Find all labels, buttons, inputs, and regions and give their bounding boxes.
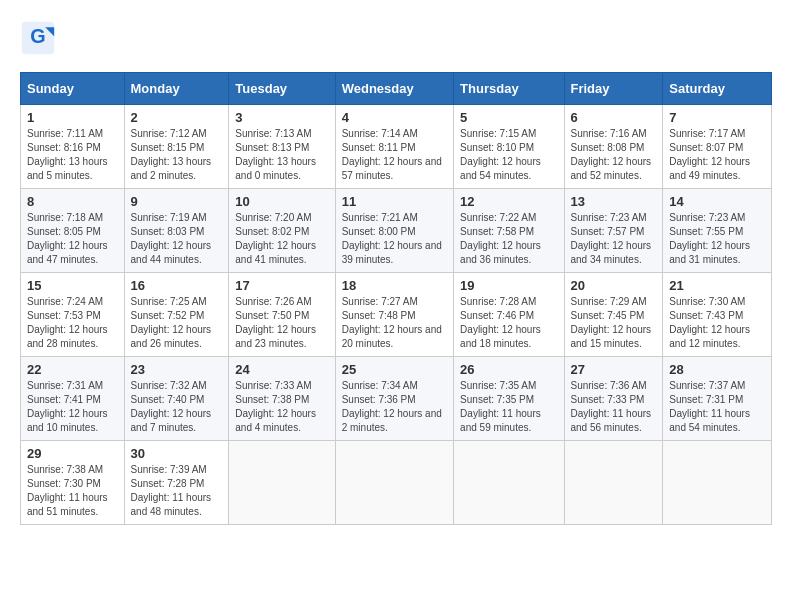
- calendar-day-4: 4 Sunrise: 7:14 AM Sunset: 8:11 PM Dayli…: [335, 105, 453, 189]
- empty-cell: [454, 441, 564, 525]
- sunset-label: Sunset: 7:36 PM: [342, 394, 416, 405]
- calendar-table: SundayMondayTuesdayWednesdayThursdayFrid…: [20, 72, 772, 525]
- day-info: Sunrise: 7:14 AM Sunset: 8:11 PM Dayligh…: [342, 127, 447, 183]
- daylight-label: Daylight: 12 hours and 23 minutes.: [235, 324, 316, 349]
- calendar-day-25: 25 Sunrise: 7:34 AM Sunset: 7:36 PM Dayl…: [335, 357, 453, 441]
- daylight-label: Daylight: 12 hours and 31 minutes.: [669, 240, 750, 265]
- calendar-day-10: 10 Sunrise: 7:20 AM Sunset: 8:02 PM Dayl…: [229, 189, 335, 273]
- day-number: 7: [669, 110, 765, 125]
- daylight-label: Daylight: 12 hours and 54 minutes.: [460, 156, 541, 181]
- daylight-label: Daylight: 11 hours and 48 minutes.: [131, 492, 212, 517]
- sunset-label: Sunset: 8:10 PM: [460, 142, 534, 153]
- day-info: Sunrise: 7:17 AM Sunset: 8:07 PM Dayligh…: [669, 127, 765, 183]
- sunrise-label: Sunrise: 7:27 AM: [342, 296, 418, 307]
- sunset-label: Sunset: 7:52 PM: [131, 310, 205, 321]
- day-number: 27: [571, 362, 657, 377]
- day-number: 12: [460, 194, 557, 209]
- sunset-label: Sunset: 8:00 PM: [342, 226, 416, 237]
- day-info: Sunrise: 7:28 AM Sunset: 7:46 PM Dayligh…: [460, 295, 557, 351]
- day-number: 1: [27, 110, 118, 125]
- weekday-header-saturday: Saturday: [663, 73, 772, 105]
- sunrise-label: Sunrise: 7:23 AM: [669, 212, 745, 223]
- daylight-label: Daylight: 12 hours and 10 minutes.: [27, 408, 108, 433]
- calendar-day-24: 24 Sunrise: 7:33 AM Sunset: 7:38 PM Dayl…: [229, 357, 335, 441]
- sunset-label: Sunset: 8:08 PM: [571, 142, 645, 153]
- day-info: Sunrise: 7:16 AM Sunset: 8:08 PM Dayligh…: [571, 127, 657, 183]
- day-number: 29: [27, 446, 118, 461]
- day-number: 11: [342, 194, 447, 209]
- sunset-label: Sunset: 7:28 PM: [131, 478, 205, 489]
- sunset-label: Sunset: 8:16 PM: [27, 142, 101, 153]
- sunset-label: Sunset: 7:35 PM: [460, 394, 534, 405]
- calendar-week-2: 8 Sunrise: 7:18 AM Sunset: 8:05 PM Dayli…: [21, 189, 772, 273]
- day-number: 28: [669, 362, 765, 377]
- calendar-day-22: 22 Sunrise: 7:31 AM Sunset: 7:41 PM Dayl…: [21, 357, 125, 441]
- empty-cell: [335, 441, 453, 525]
- day-info: Sunrise: 7:34 AM Sunset: 7:36 PM Dayligh…: [342, 379, 447, 435]
- day-info: Sunrise: 7:27 AM Sunset: 7:48 PM Dayligh…: [342, 295, 447, 351]
- day-info: Sunrise: 7:35 AM Sunset: 7:35 PM Dayligh…: [460, 379, 557, 435]
- daylight-label: Daylight: 12 hours and 36 minutes.: [460, 240, 541, 265]
- sunset-label: Sunset: 7:48 PM: [342, 310, 416, 321]
- calendar-day-6: 6 Sunrise: 7:16 AM Sunset: 8:08 PM Dayli…: [564, 105, 663, 189]
- sunset-label: Sunset: 7:45 PM: [571, 310, 645, 321]
- calendar-day-8: 8 Sunrise: 7:18 AM Sunset: 8:05 PM Dayli…: [21, 189, 125, 273]
- day-number: 26: [460, 362, 557, 377]
- sunrise-label: Sunrise: 7:34 AM: [342, 380, 418, 391]
- calendar-day-14: 14 Sunrise: 7:23 AM Sunset: 7:55 PM Dayl…: [663, 189, 772, 273]
- weekday-header-tuesday: Tuesday: [229, 73, 335, 105]
- daylight-label: Daylight: 12 hours and 15 minutes.: [571, 324, 652, 349]
- calendar-day-7: 7 Sunrise: 7:17 AM Sunset: 8:07 PM Dayli…: [663, 105, 772, 189]
- calendar-week-1: 1 Sunrise: 7:11 AM Sunset: 8:16 PM Dayli…: [21, 105, 772, 189]
- sunset-label: Sunset: 8:13 PM: [235, 142, 309, 153]
- sunrise-label: Sunrise: 7:39 AM: [131, 464, 207, 475]
- daylight-label: Daylight: 11 hours and 56 minutes.: [571, 408, 652, 433]
- day-info: Sunrise: 7:19 AM Sunset: 8:03 PM Dayligh…: [131, 211, 223, 267]
- daylight-label: Daylight: 12 hours and 26 minutes.: [131, 324, 212, 349]
- daylight-label: Daylight: 12 hours and 41 minutes.: [235, 240, 316, 265]
- day-number: 22: [27, 362, 118, 377]
- sunrise-label: Sunrise: 7:30 AM: [669, 296, 745, 307]
- sunset-label: Sunset: 7:33 PM: [571, 394, 645, 405]
- sunrise-label: Sunrise: 7:35 AM: [460, 380, 536, 391]
- day-info: Sunrise: 7:21 AM Sunset: 8:00 PM Dayligh…: [342, 211, 447, 267]
- day-info: Sunrise: 7:11 AM Sunset: 8:16 PM Dayligh…: [27, 127, 118, 183]
- day-info: Sunrise: 7:36 AM Sunset: 7:33 PM Dayligh…: [571, 379, 657, 435]
- calendar-week-5: 29 Sunrise: 7:38 AM Sunset: 7:30 PM Dayl…: [21, 441, 772, 525]
- calendar-day-28: 28 Sunrise: 7:37 AM Sunset: 7:31 PM Dayl…: [663, 357, 772, 441]
- day-info: Sunrise: 7:39 AM Sunset: 7:28 PM Dayligh…: [131, 463, 223, 519]
- day-number: 20: [571, 278, 657, 293]
- day-number: 8: [27, 194, 118, 209]
- sunset-label: Sunset: 7:53 PM: [27, 310, 101, 321]
- daylight-label: Daylight: 12 hours and 28 minutes.: [27, 324, 108, 349]
- sunrise-label: Sunrise: 7:26 AM: [235, 296, 311, 307]
- sunset-label: Sunset: 8:11 PM: [342, 142, 416, 153]
- day-number: 30: [131, 446, 223, 461]
- day-number: 3: [235, 110, 328, 125]
- sunset-label: Sunset: 7:31 PM: [669, 394, 743, 405]
- day-info: Sunrise: 7:30 AM Sunset: 7:43 PM Dayligh…: [669, 295, 765, 351]
- sunset-label: Sunset: 7:43 PM: [669, 310, 743, 321]
- page-header: G: [20, 20, 772, 56]
- calendar-day-15: 15 Sunrise: 7:24 AM Sunset: 7:53 PM Dayl…: [21, 273, 125, 357]
- daylight-label: Daylight: 13 hours and 2 minutes.: [131, 156, 212, 181]
- svg-text:G: G: [30, 25, 45, 47]
- sunrise-label: Sunrise: 7:16 AM: [571, 128, 647, 139]
- daylight-label: Daylight: 13 hours and 5 minutes.: [27, 156, 108, 181]
- daylight-label: Daylight: 12 hours and 52 minutes.: [571, 156, 652, 181]
- calendar-day-3: 3 Sunrise: 7:13 AM Sunset: 8:13 PM Dayli…: [229, 105, 335, 189]
- calendar-day-23: 23 Sunrise: 7:32 AM Sunset: 7:40 PM Dayl…: [124, 357, 229, 441]
- daylight-label: Daylight: 12 hours and 12 minutes.: [669, 324, 750, 349]
- calendar-day-19: 19 Sunrise: 7:28 AM Sunset: 7:46 PM Dayl…: [454, 273, 564, 357]
- calendar-day-27: 27 Sunrise: 7:36 AM Sunset: 7:33 PM Dayl…: [564, 357, 663, 441]
- day-info: Sunrise: 7:23 AM Sunset: 7:55 PM Dayligh…: [669, 211, 765, 267]
- day-number: 13: [571, 194, 657, 209]
- sunset-label: Sunset: 8:07 PM: [669, 142, 743, 153]
- day-info: Sunrise: 7:29 AM Sunset: 7:45 PM Dayligh…: [571, 295, 657, 351]
- sunrise-label: Sunrise: 7:22 AM: [460, 212, 536, 223]
- sunrise-label: Sunrise: 7:21 AM: [342, 212, 418, 223]
- calendar-day-11: 11 Sunrise: 7:21 AM Sunset: 8:00 PM Dayl…: [335, 189, 453, 273]
- daylight-label: Daylight: 12 hours and 20 minutes.: [342, 324, 442, 349]
- calendar-header-row: SundayMondayTuesdayWednesdayThursdayFrid…: [21, 73, 772, 105]
- day-info: Sunrise: 7:22 AM Sunset: 7:58 PM Dayligh…: [460, 211, 557, 267]
